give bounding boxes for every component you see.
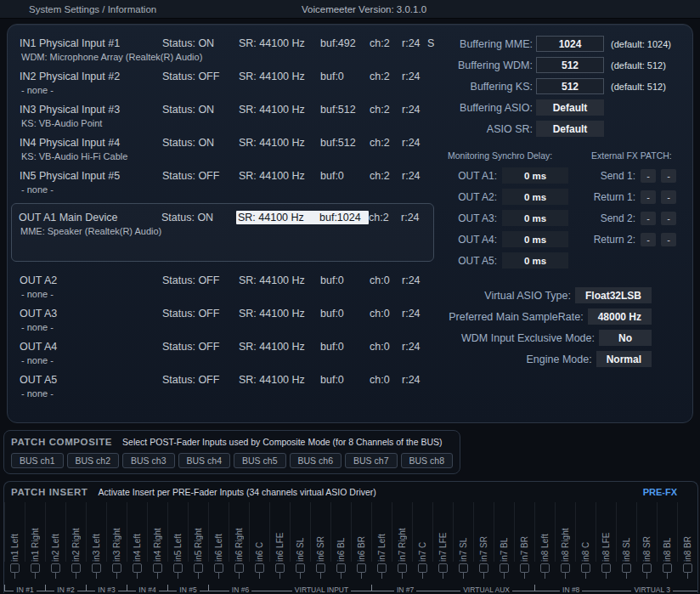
insert-checkbox[interactable]	[622, 563, 631, 573]
insert-checkbox[interactable]	[500, 563, 509, 573]
external-fx-slot-2[interactable]: -	[661, 212, 676, 225]
insert-checkbox[interactable]	[275, 563, 285, 573]
insert-checkbox[interactable]	[112, 563, 121, 573]
insert-checkbox[interactable]	[479, 563, 488, 573]
insert-checkbox[interactable]	[296, 563, 305, 573]
insert-channel-labels: in1 Left in1 Right in2 Left in2 Right in…	[4, 502, 697, 562]
monitoring-delay-value[interactable]: 0 ms	[502, 189, 568, 205]
buffering-value-field[interactable]: Default	[536, 121, 604, 137]
monitoring-delay-value[interactable]: 0 ms	[502, 252, 568, 269]
insert-checkbox[interactable]	[234, 563, 244, 573]
insert-checkbox[interactable]	[663, 563, 672, 573]
insert-checkbox[interactable]	[255, 563, 264, 573]
insert-checkbox[interactable]	[601, 563, 611, 573]
monitoring-delay-value[interactable]: 0 ms	[502, 231, 568, 247]
insert-channel-label: in7 BR	[520, 504, 529, 562]
buffering-value-field[interactable]: 1024	[536, 36, 604, 52]
device-samplerate: SR: 44100 Hz	[239, 71, 320, 82]
insert-channel-label-cell: in8 BL	[657, 502, 677, 562]
checkbox-stem	[626, 573, 627, 579]
monitoring-delay-value[interactable]: 0 ms	[502, 210, 568, 226]
external-fx-slot-1[interactable]: -	[641, 212, 656, 225]
device-row[interactable]: OUT A4 Status: OFF SR: 44100 Hz buf:0 ch…	[11, 337, 438, 369]
insert-checkbox[interactable]	[561, 563, 570, 573]
checkbox-stem	[402, 573, 403, 579]
option-label: WDM Input Exclusive Mode:	[448, 332, 595, 344]
option-label: Virtual ASIO Type:	[448, 290, 571, 302]
monitoring-delay-value[interactable]: 0 ms	[502, 167, 568, 184]
insert-checkbox[interactable]	[51, 563, 60, 573]
external-fx-slot-1[interactable]: -	[641, 169, 656, 183]
device-row[interactable]: OUT A1 Main Device Status: ON SR: 44100 …	[11, 203, 434, 262]
bus-channel-button[interactable]: BUS ch1	[11, 453, 64, 468]
insert-checkbox[interactable]	[133, 563, 142, 573]
bus-channel-button[interactable]: BUS ch5	[234, 453, 286, 468]
insert-checkbox[interactable]	[153, 563, 162, 573]
insert-group-sublabel: VIRTUAL AUX	[460, 586, 512, 594]
insert-checkbox[interactable]	[683, 563, 692, 573]
bus-channel-button[interactable]: BUS ch2	[67, 453, 120, 468]
device-samplerate: SR: 44100 Hz	[239, 137, 320, 149]
external-fx-slot-2[interactable]: -	[661, 169, 676, 183]
device-row[interactable]: OUT A5 Status: OFF SR: 44100 Hz buf:0 ch…	[11, 370, 438, 402]
insert-checkbox[interactable]	[520, 563, 529, 573]
device-row[interactable]: IN3 Physical Input #3 Status: ON SR: 441…	[11, 99, 438, 132]
device-status: Status: OFF	[162, 341, 237, 353]
insert-channel-cell	[106, 563, 127, 584]
device-row[interactable]: OUT A2 Status: OFF SR: 44100 Hz buf:0 ch…	[11, 270, 438, 303]
insert-group: IN #5	[167, 585, 208, 591]
insert-checkbox[interactable]	[92, 563, 101, 573]
device-row[interactable]: IN2 Physical Input #2 Status: OFF SR: 44…	[11, 66, 438, 99]
bus-channel-button[interactable]: BUS ch4	[178, 453, 231, 468]
insert-group: IN #6 VIRTUAL INPUT	[208, 585, 371, 591]
insert-checkbox[interactable]	[10, 563, 20, 573]
insert-checkbox[interactable]	[377, 563, 387, 573]
device-samplerate: SR: 44100 Hz	[239, 37, 320, 49]
insert-checkbox[interactable]	[194, 563, 203, 573]
checkbox-stem	[646, 573, 647, 579]
option-value-button[interactable]: Normal	[596, 351, 652, 367]
device-row[interactable]: IN1 Physical Input #1 Status: ON SR: 441…	[11, 33, 438, 65]
insert-checkbox[interactable]	[316, 563, 325, 573]
insert-checkbox[interactable]	[214, 563, 223, 573]
external-fx-slot-2[interactable]: -	[661, 233, 676, 246]
insert-checkbox[interactable]	[357, 563, 366, 573]
option-value-button[interactable]: Float32LSB	[575, 287, 652, 303]
pre-fx-button[interactable]: PRE-FX	[643, 487, 677, 497]
device-row[interactable]: IN4 Physical Input #4 Status: ON SR: 441…	[11, 133, 438, 165]
device-row[interactable]: OUT A3 Status: OFF SR: 44100 Hz buf:0 ch…	[11, 303, 438, 336]
insert-checkbox[interactable]	[31, 563, 40, 573]
insert-group: IN #3	[86, 585, 127, 591]
insert-checkbox[interactable]	[173, 563, 183, 573]
buffering-value-field[interactable]: Default	[536, 99, 604, 116]
insert-checkbox[interactable]	[459, 563, 468, 573]
buffering-value-field[interactable]: 512	[536, 78, 604, 94]
checkbox-stem	[341, 573, 342, 579]
device-status: Status: ON	[162, 37, 237, 49]
external-fx-slot-2[interactable]: -	[661, 190, 676, 204]
insert-checkbox[interactable]	[71, 563, 81, 573]
insert-checkbox[interactable]	[540, 563, 550, 573]
buffering-value-field[interactable]: 512	[536, 57, 604, 73]
bus-channel-button[interactable]: BUS ch3	[122, 453, 175, 468]
insert-channel-label-cell: in1 Left	[4, 502, 25, 562]
insert-channel-cell	[167, 563, 188, 584]
bus-channel-button[interactable]: BUS ch7	[345, 453, 398, 468]
insert-checkbox[interactable]	[418, 563, 427, 573]
insert-channel-label: in2 Left	[51, 504, 60, 562]
option-value-button[interactable]: 48000 Hz	[588, 308, 652, 325]
external-fx-slot-1[interactable]: -	[641, 190, 656, 204]
bus-channel-button[interactable]: BUS ch8	[401, 453, 454, 468]
insert-checkbox[interactable]	[438, 563, 448, 573]
buffering-label: Buffering WDM:	[448, 59, 533, 71]
device-row[interactable]: IN5 Physical Input #5 Status: OFF SR: 44…	[11, 166, 438, 198]
bus-channel-button[interactable]: BUS ch6	[290, 453, 342, 468]
insert-checkbox[interactable]	[581, 563, 590, 573]
insert-channel-cell	[229, 563, 249, 584]
insert-checkbox[interactable]	[336, 563, 346, 573]
external-fx-slot-1[interactable]: -	[641, 233, 656, 246]
insert-checkbox[interactable]	[398, 563, 407, 573]
patch-insert-panel: PATCH INSERT Activate Insert per PRE-Fad…	[3, 481, 698, 593]
option-value-button[interactable]: No	[599, 330, 652, 346]
insert-checkbox[interactable]	[642, 563, 652, 573]
